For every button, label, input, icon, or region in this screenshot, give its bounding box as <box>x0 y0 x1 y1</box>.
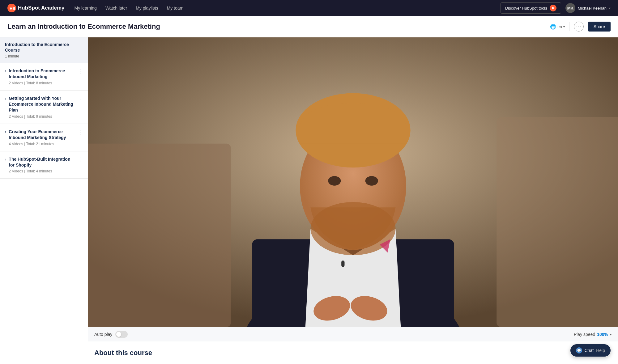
sidebar-course-duration: 1 minute <box>5 54 83 58</box>
ellipsis-icon: ⋯ <box>576 23 582 30</box>
section-more-icon-2[interactable]: ⋮ <box>77 129 83 136</box>
auto-play-group: Auto play <box>94 331 128 338</box>
chevron-right-icon-0: › <box>5 69 6 73</box>
chat-label: Chat <box>585 348 594 353</box>
auto-play-label: Auto play <box>94 332 112 337</box>
section-meta-1: 2 Videos | Total: 9 minutes <box>9 114 75 119</box>
nav-item-my-learning[interactable]: My learning <box>75 5 97 11</box>
section-meta-3: 2 Videos | Total: 4 minutes <box>9 169 75 173</box>
video-controls-bar: Auto play Play speed 100% ▾ <box>88 327 618 341</box>
svg-rect-3 <box>88 144 231 327</box>
section-meta-0: 2 Videos | Total: 8 minutes <box>9 81 75 85</box>
auto-play-toggle[interactable] <box>115 331 128 338</box>
section-info-3: The HubSpot-Built Integration for Shopif… <box>9 156 75 174</box>
chevron-down-icon: ▾ <box>563 25 565 28</box>
user-name: Michael Keenan <box>578 6 607 11</box>
discover-hubspot-button[interactable]: Discover HubSpot tools <box>501 2 561 14</box>
sidebar-section-header-0[interactable]: › Introduction to Ecommerce Inbound Mark… <box>5 68 83 85</box>
chevron-down-icon: ▾ <box>609 6 611 10</box>
video-frame <box>88 37 618 327</box>
nav-right: Discover HubSpot tools MK Michael Keenan… <box>501 2 611 14</box>
chat-icon: 💬 <box>576 347 582 353</box>
nav-item-my-team[interactable]: My team <box>167 5 184 11</box>
chevron-right-icon-1: › <box>5 96 6 101</box>
avatar: MK <box>565 3 575 13</box>
svg-rect-15 <box>341 260 344 267</box>
svg-point-10 <box>328 176 341 186</box>
help-label: Help <box>596 348 605 353</box>
share-button[interactable]: Share <box>588 22 611 32</box>
sidebar-course-title: Introduction to the Ecommerce Course <box>5 42 83 53</box>
play-speed-group: Play speed 100% ▾ <box>574 332 612 337</box>
globe-icon: 🌐 <box>550 24 556 30</box>
language-button[interactable]: 🌐 en ▾ <box>550 24 565 30</box>
more-options-button[interactable]: ⋯ <box>574 22 584 32</box>
lang-label: en <box>557 24 562 29</box>
sidebar-section-3: › The HubSpot-Built Integration for Shop… <box>0 151 88 179</box>
section-title-2: Creating Your Ecommerce Inbound Marketin… <box>9 129 75 141</box>
section-more-icon-3[interactable]: ⋮ <box>77 156 83 163</box>
divider <box>569 22 569 31</box>
nav-item-my-playlists[interactable]: My playlists <box>136 5 158 11</box>
content-area: Introduction to the Ecommerce Course 1 m… <box>0 37 618 364</box>
navbar: HS HubSpot Academy My learning Watch lat… <box>0 0 618 16</box>
user-profile-button[interactable]: MK Michael Keenan ▾ <box>565 3 611 13</box>
section-more-icon-1[interactable]: ⋮ <box>77 95 83 102</box>
chat-button[interactable]: 💬 Chat Help <box>570 344 611 357</box>
sidebar-section-header-1[interactable]: › Getting Started With Your Ecommerce In… <box>5 95 83 119</box>
speed-chevron-icon[interactable]: ▾ <box>610 332 612 336</box>
header-actions: 🌐 en ▾ ⋯ Share <box>550 22 611 32</box>
section-info-0: Introduction to Ecommerce Inbound Market… <box>9 68 75 85</box>
brand[interactable]: HS HubSpot Academy <box>7 4 65 12</box>
video-column: Auto play Play speed 100% ▾ About this c… <box>88 37 618 364</box>
section-info-1: Getting Started With Your Ecommerce Inbo… <box>9 95 75 119</box>
video-background <box>88 37 618 327</box>
sidebar-section-2: › Creating Your Ecommerce Inbound Market… <box>0 124 88 151</box>
page-title: Learn an Introduction to Ecommerce Marke… <box>7 23 550 31</box>
section-meta-2: 4 Videos | Total: 21 minutes <box>9 142 75 146</box>
sidebar-section-header-2[interactable]: › Creating Your Ecommerce Inbound Market… <box>5 129 83 146</box>
video-player[interactable] <box>88 37 618 327</box>
sidebar-course-header: Introduction to the Ecommerce Course 1 m… <box>0 37 88 63</box>
chevron-right-icon-3: › <box>5 157 6 162</box>
about-title: About this course <box>94 349 612 357</box>
nav-item-watch-later[interactable]: Watch later <box>105 5 127 11</box>
section-title-3: The HubSpot-Built Integration for Shopif… <box>9 156 75 168</box>
section-title-0: Introduction to Ecommerce Inbound Market… <box>9 68 75 80</box>
discover-label: Discover HubSpot tools <box>505 6 547 11</box>
svg-rect-4 <box>497 117 618 327</box>
section-more-icon-0[interactable]: ⋮ <box>77 68 83 75</box>
sidebar-section-0: › Introduction to Ecommerce Inbound Mark… <box>0 63 88 91</box>
svg-text:HS: HS <box>10 6 15 11</box>
play-speed-label: Play speed <box>574 332 595 337</box>
chevron-right-icon-2: › <box>5 129 6 134</box>
sidebar: Introduction to the Ecommerce Course 1 m… <box>0 37 88 364</box>
page-header: Learn an Introduction to Ecommerce Marke… <box>0 16 618 37</box>
play-speed-value: 100% <box>597 332 608 337</box>
brand-label: HubSpot Academy <box>18 5 65 11</box>
hubspot-logo: HS <box>7 4 16 12</box>
play-icon <box>550 5 556 11</box>
sidebar-section-header-3[interactable]: › The HubSpot-Built Integration for Shop… <box>5 156 83 174</box>
nav-links: My learning Watch later My playlists My … <box>75 5 491 11</box>
svg-point-11 <box>365 176 378 186</box>
section-title-1: Getting Started With Your Ecommerce Inbo… <box>9 95 75 113</box>
about-section: About this course <box>88 341 618 364</box>
sidebar-section-1: › Getting Started With Your Ecommerce In… <box>0 91 88 124</box>
section-info-2: Creating Your Ecommerce Inbound Marketin… <box>9 129 75 146</box>
